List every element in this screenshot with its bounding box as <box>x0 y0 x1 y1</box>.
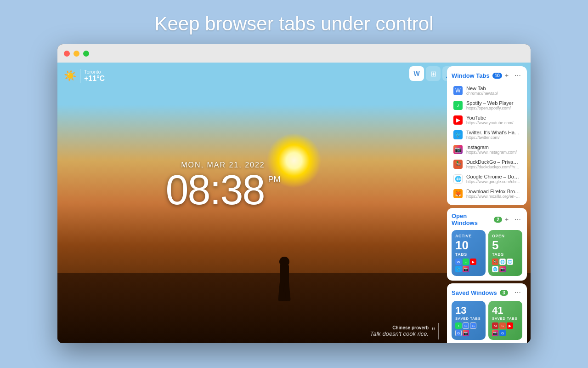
saved-windows-grid: 13 SAVED TABS ♪ G G G 📷 41 SAVED TABS <box>452 301 522 342</box>
fav-chrome2: 🌐 <box>507 259 513 265</box>
open-windows-grid: ACTIVE 10 TABS W ♪ ▶ 🐦 📷 OPEN 5 <box>452 230 522 276</box>
tab-name: Google Chrome – Download The ... <box>466 174 520 179</box>
fav-chrome: 🌐 <box>499 259 506 265</box>
saved-window-13[interactable]: 13 SAVED TABS ♪ G G G 📷 <box>452 301 486 340</box>
fav-instagram: 📷 <box>463 266 469 272</box>
tab-menu-button[interactable]: ⋯ <box>513 71 522 80</box>
tab-favicon: ♪ <box>453 101 463 110</box>
tab-item[interactable]: 📷 Instagram https://www.instagram.com/ <box>452 143 522 156</box>
window-menu-button[interactable]: ⋯ <box>513 215 522 224</box>
tab-info: Download Firefox Browser — Fas... https:… <box>466 189 520 199</box>
fav-instagram2: 📷 <box>499 266 506 272</box>
saved-favicons-41: M S ▶ 📷 G <box>492 322 519 336</box>
tab-name: New Tab <box>466 86 520 91</box>
proverb-divider <box>438 323 439 339</box>
saved-label-41: SAVED TABS <box>492 316 519 321</box>
person-silhouette <box>271 218 298 301</box>
proverb-source: Chinese proverb <box>370 325 429 330</box>
fav-newtab: W <box>455 259 462 265</box>
fav-youtube: ▶ <box>470 259 476 265</box>
minimize-button[interactable] <box>74 51 79 57</box>
tab-favicon: ▶ <box>453 115 463 125</box>
tab-url: https://open.spotify.com/ <box>466 106 520 110</box>
tab-info: Twitter. It's What's Happening / ... htt… <box>466 130 520 140</box>
tab-list: W New Tab chrome://newtab/ ♪ Spotify – W… <box>452 84 522 201</box>
tab-info: YouTube https://www.youtube.com/ <box>466 115 520 125</box>
clock-widget: MON, MAR 21, 2022 08:38 PM <box>165 161 280 211</box>
fav-ddg: 🦆 <box>492 259 498 265</box>
other-favicons: 🦆 🌐 🌐 🌐 📷 <box>492 259 519 272</box>
saved-windows-badge: 3 <box>500 290 508 296</box>
weather-temp: +11°C <box>84 75 105 83</box>
window-tabs-header-left: Window Tabs 10 <box>452 72 502 79</box>
quote-icon: " <box>431 325 435 337</box>
window-tabs-card: Window Tabs 10 + ⋯ W New Tab chrome://ne… <box>447 66 527 205</box>
browser-window: ☀️ Toronto +11°C MON, MAR 21, 2022 08:38… <box>57 44 531 343</box>
open-windows-badge: 2 <box>494 217 502 223</box>
tab-item[interactable]: W New Tab chrome://newtab/ <box>452 84 522 98</box>
active-label: ACTIVE <box>455 234 482 238</box>
tab-info: DuckDuckGo – Privacy, Simpli... https://… <box>466 159 520 169</box>
tab-item[interactable]: ▶ YouTube https://www.youtube.com/ <box>452 113 522 127</box>
fav-chrome3: 🌐 <box>492 266 498 272</box>
tab-item[interactable]: 🦆 DuckDuckGo – Privacy, Simpli... https:… <box>452 157 522 171</box>
add-tab-button[interactable]: + <box>502 71 511 80</box>
tab-info: New Tab chrome://newtab/ <box>466 86 520 96</box>
add-window-button[interactable]: + <box>502 215 511 224</box>
window-tabs-header: Window Tabs 10 + ⋯ <box>452 71 522 80</box>
active-sublabel: TABS <box>455 252 482 257</box>
fav-twitter: 🐦 <box>455 266 462 272</box>
tab-favicon: 🌐 <box>453 174 463 184</box>
tab-item[interactable]: ♪ Spotify – Web Player https://open.spot… <box>452 98 522 112</box>
tab-info: Spotify – Web Player https://open.spotif… <box>466 100 520 110</box>
saved-window-41[interactable]: 41 SAVED TABS M S ▶ 📷 G <box>488 301 522 340</box>
window-tabs-title: Window Tabs <box>452 72 490 79</box>
weather-info: Toronto +11°C <box>84 69 105 83</box>
weather-city: Toronto <box>84 69 105 75</box>
extension-icon[interactable]: W <box>409 66 424 81</box>
browser-content: ☀️ Toronto +11°C MON, MAR 21, 2022 08:38… <box>57 63 531 343</box>
tab-url: https://www.google.com/chr... <box>466 179 520 184</box>
tab-url: https://www.mozilla.org/en-u... <box>466 194 520 199</box>
tab-url: https://duckduckgo.com/?va=... <box>466 165 520 169</box>
active-window-card[interactable]: ACTIVE 10 TABS W ♪ ▶ 🐦 📷 <box>452 230 486 276</box>
saved-windows-card: Saved Windows 3 ⋯ 13 SAVED TABS ♪ G <box>447 283 527 343</box>
other-count: 5 <box>492 239 519 251</box>
saved-label-13: SAVED TABS <box>455 316 482 321</box>
active-favicons: W ♪ ▶ 🐦 📷 <box>455 259 482 272</box>
tab-item[interactable]: 🐦 Twitter. It's What's Happening / ... h… <box>452 128 522 142</box>
tab-favicon: W <box>453 86 463 95</box>
tab-favicon: 🐦 <box>453 130 463 139</box>
fav-spotify: ♪ <box>463 259 469 265</box>
saved-count-41: 41 <box>492 305 519 316</box>
open-windows-header: Open Windows 2 + ⋯ <box>452 213 522 226</box>
other-sublabel: TABS <box>492 252 519 257</box>
tab-name: YouTube <box>466 115 520 121</box>
tab-name: Twitter. It's What's Happening / ... <box>466 130 520 135</box>
page-title: Keep browser tabs under control <box>0 0 588 44</box>
saved-windows-title: Saved Windows <box>452 289 497 296</box>
other-window-card[interactable]: OPEN 5 TABS 🦆 🌐 🌐 🌐 📷 <box>488 230 522 276</box>
tab-name: Download Firefox Browser — Fas... <box>466 189 520 194</box>
maximize-button[interactable] <box>83 51 89 57</box>
weather-widget: ☀️ Toronto +11°C <box>64 69 105 83</box>
grid-icon[interactable]: ⊞ <box>426 66 441 81</box>
saved-windows-header: Saved Windows 3 ⋯ <box>452 288 522 297</box>
tab-info: Instagram https://www.instagram.com/ <box>466 144 520 155</box>
tab-item[interactable]: 🦊 Download Firefox Browser — Fas... http… <box>452 187 522 201</box>
weather-divider <box>80 69 80 83</box>
tab-url: https://www.youtube.com/ <box>466 121 520 125</box>
open-windows-card: Open Windows 2 + ⋯ ACTIVE 10 TABS W <box>447 208 527 281</box>
window-tabs-actions: + ⋯ <box>502 71 522 80</box>
tab-name: Instagram <box>466 144 520 150</box>
proverb-text: Talk doesn't cook rice. <box>370 330 429 337</box>
tab-info: Google Chrome – Download The ... https:/… <box>466 174 520 184</box>
clock-time: 08:38 <box>165 169 264 211</box>
tab-url: chrome://newtab/ <box>466 91 520 96</box>
close-button[interactable] <box>64 51 70 57</box>
other-label: OPEN <box>492 234 519 238</box>
tab-item[interactable]: 🌐 Google Chrome – Download The ... https… <box>452 172 522 186</box>
tab-favicon: 🦆 <box>453 160 463 169</box>
saved-menu-button[interactable]: ⋯ <box>513 288 522 297</box>
side-panel: Window Tabs 10 + ⋯ W New Tab chrome://ne… <box>443 63 531 343</box>
